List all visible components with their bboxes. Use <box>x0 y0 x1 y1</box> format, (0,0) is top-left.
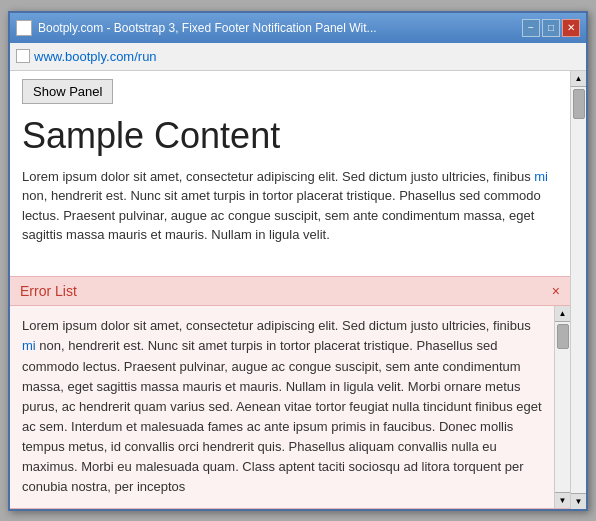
panel-body-text-2: non, hendrerit est. Nunc sit amet turpis… <box>22 338 542 494</box>
title-bar-left: Bootply.com - Bootstrap 3, Fixed Footer … <box>16 20 522 36</box>
title-icon <box>16 20 32 36</box>
minimize-button[interactable]: − <box>522 19 540 37</box>
main-heading: Sample Content <box>22 114 558 157</box>
outer-scroll-down[interactable]: ▼ <box>571 493 586 509</box>
panel-scroll-up[interactable]: ▲ <box>555 306 570 322</box>
outer-scrollbar: ▲ ▼ <box>570 71 586 509</box>
body-text-part1b: non, hendrerit est. Nunc sit amet turpis… <box>22 188 541 242</box>
content-area: Show Panel Sample Content Lorem ipsum do… <box>10 71 586 509</box>
address-text: www.bootply.com/run <box>34 49 157 64</box>
panel-header: Error List × <box>10 277 570 306</box>
title-bar: Bootply.com - Bootstrap 3, Fixed Footer … <box>10 13 586 43</box>
panel-scroll-down[interactable]: ▼ <box>555 492 570 508</box>
panel-title: Error List <box>20 283 77 299</box>
panel-content-row: Lorem ipsum dolor sit amet, consectetur … <box>10 306 570 507</box>
panel-scrollbar: ▲ ▼ <box>554 306 570 507</box>
panel-scroll-track <box>555 322 570 491</box>
panel-scroll-thumb[interactable] <box>557 324 569 349</box>
main-content: Show Panel Sample Content Lorem ipsum do… <box>10 71 570 509</box>
panel-body: Lorem ipsum dolor sit amet, consectetur … <box>10 306 554 507</box>
title-bar-buttons: − □ ✕ <box>522 19 580 37</box>
address-domain: www.bootply.com <box>34 49 134 64</box>
panel-close-button[interactable]: × <box>552 284 560 298</box>
close-button[interactable]: ✕ <box>562 19 580 37</box>
outer-scroll-track <box>571 87 586 493</box>
outer-scroll-up[interactable]: ▲ <box>571 71 586 87</box>
window-title: Bootply.com - Bootstrap 3, Fixed Footer … <box>38 21 377 35</box>
outer-scroll-thumb[interactable] <box>573 89 585 119</box>
show-panel-button[interactable]: Show Panel <box>22 79 113 104</box>
body-link-1[interactable]: mi <box>534 169 548 184</box>
panel-body-link[interactable]: mi <box>22 338 36 353</box>
browser-window: Bootply.com - Bootstrap 3, Fixed Footer … <box>8 11 588 511</box>
main-body-text: Lorem ipsum dolor sit amet, consectetur … <box>22 167 558 245</box>
address-bar: www.bootply.com/run <box>10 43 586 71</box>
body-text-part1: Lorem ipsum dolor sit amet, consectetur … <box>22 169 534 184</box>
panel-body-text: Lorem ipsum dolor sit amet, consectetur … <box>22 318 531 333</box>
notification-panel: Error List × Lorem ipsum dolor sit amet,… <box>10 276 570 508</box>
maximize-button[interactable]: □ <box>542 19 560 37</box>
address-icon <box>16 49 30 63</box>
address-path: /run <box>134 49 156 64</box>
